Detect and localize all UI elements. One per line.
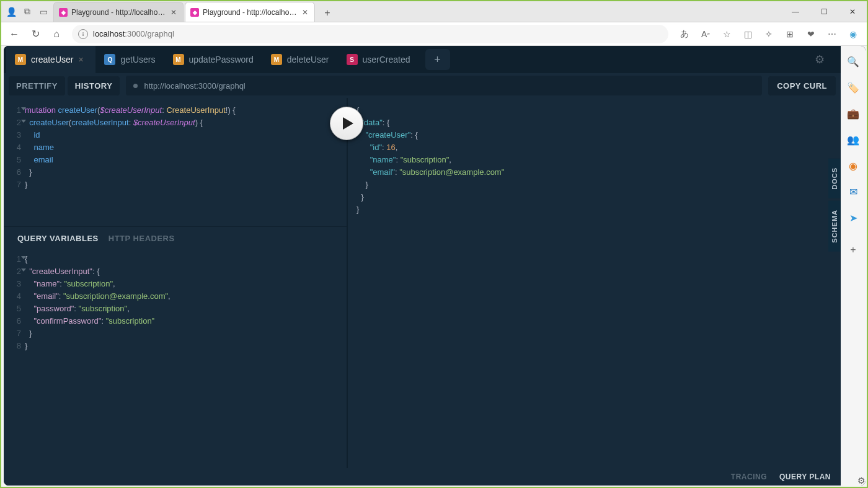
pg-tab-deleteuser[interactable]: M deleteUser bbox=[262, 46, 338, 73]
response-editor[interactable]: { "data": { "createUser": { "id": 16, "n… bbox=[348, 98, 841, 468]
query-pane: 1 2 34567 mutation createUser($createUse… bbox=[4, 98, 348, 468]
query-variables-tab[interactable]: QUERY VARIABLES bbox=[17, 234, 99, 243]
pg-tab-label: userCreated bbox=[363, 55, 410, 64]
endpoint-url: http://localhost:3000/graphql bbox=[144, 81, 245, 91]
window-controls: — ☐ ✕ bbox=[781, 1, 867, 22]
response-code: { "data": { "createUser": { "id": 16, "n… bbox=[356, 104, 841, 462]
mutation-badge: M bbox=[271, 54, 282, 65]
playground-content: M createUser ✕ Q getUsers M updatePasswo… bbox=[4, 46, 841, 486]
fold-gutter bbox=[348, 104, 356, 462]
add-tab-button[interactable]: + bbox=[425, 49, 450, 70]
variables-editor[interactable]: 1 2 345678 { "createUserInput": { "name"… bbox=[4, 249, 347, 468]
workspaces-icon[interactable]: ⧉ bbox=[22, 7, 32, 17]
tracing-tab[interactable]: TRACING bbox=[731, 472, 767, 481]
browser-titlebar: 👤 ⧉ ▭ ◆ Playground - http://localhost:30… bbox=[1, 1, 867, 22]
browser-tabs: ◆ Playground - http://localhost:300 ✕ ◆ … bbox=[53, 1, 336, 22]
settings-button[interactable]: ⚙ bbox=[807, 47, 832, 72]
copilot-icon[interactable]: ◉ bbox=[843, 25, 863, 43]
close-icon[interactable]: ✕ bbox=[301, 8, 309, 17]
pg-tab-getusers[interactable]: Q getUsers bbox=[95, 46, 164, 73]
read-aloud-icon[interactable]: A» bbox=[696, 25, 715, 43]
tab-title: Playground - http://localhost:300 bbox=[203, 8, 297, 17]
split-screen-icon[interactable]: ◫ bbox=[738, 25, 758, 43]
subscription-badge: S bbox=[347, 54, 358, 65]
address-host: localhost bbox=[93, 29, 125, 38]
shopping-icon[interactable]: 🏷️ bbox=[846, 81, 860, 94]
address-path: :3000/graphql bbox=[125, 29, 174, 38]
tab-actions-icon[interactable]: ▭ bbox=[38, 7, 48, 17]
close-icon[interactable]: ✕ bbox=[78, 56, 87, 64]
menu-icon[interactable]: ⋯ bbox=[822, 25, 842, 43]
performance-icon[interactable]: ❤ bbox=[801, 25, 821, 43]
graphql-favicon: ◆ bbox=[190, 8, 199, 17]
favorite-icon[interactable]: ☆ bbox=[717, 25, 737, 43]
playground-tabs: M createUser ✕ Q getUsers M updatePasswo… bbox=[4, 46, 841, 73]
pg-tab-usercreated[interactable]: S userCreated bbox=[338, 46, 419, 73]
maximize-button[interactable]: ☐ bbox=[810, 1, 838, 22]
schema-tab[interactable]: SCHEMA bbox=[828, 201, 841, 252]
response-pane: { "data": { "createUser": { "id": 16, "n… bbox=[348, 98, 841, 468]
search-icon[interactable]: 🔍 bbox=[846, 55, 860, 68]
bottom-bar: TRACING QUERY PLAN bbox=[4, 468, 841, 486]
line-gutter: 1 2 34567 bbox=[4, 104, 25, 220]
add-icon[interactable]: + bbox=[846, 243, 860, 257]
pg-tab-updatepassword[interactable]: M updatePassword bbox=[164, 46, 262, 73]
play-icon bbox=[343, 117, 353, 130]
browser-tab-2[interactable]: ◆ Playground - http://localhost:300 ✕ bbox=[185, 2, 315, 22]
query-badge: Q bbox=[104, 54, 115, 65]
tab-title: Playground - http://localhost:300 bbox=[71, 8, 166, 17]
office-icon[interactable]: ◉ bbox=[846, 159, 860, 172]
pg-tab-createuser[interactable]: M createUser ✕ bbox=[6, 46, 95, 73]
query-editor[interactable]: 1 2 34567 mutation createUser($createUse… bbox=[4, 98, 347, 226]
minimize-button[interactable]: — bbox=[781, 1, 810, 22]
home-button[interactable]: ⌂ bbox=[47, 25, 66, 43]
variables-code[interactable]: { "createUserInput": { "name": "subscrip… bbox=[25, 253, 347, 464]
profile-icon[interactable]: 👤 bbox=[6, 7, 16, 17]
pg-tab-label: getUsers bbox=[120, 55, 155, 64]
editor-panes: 1 2 34567 mutation createUser($createUse… bbox=[4, 98, 841, 468]
history-button[interactable]: HISTORY bbox=[68, 76, 120, 95]
action-bar: PRETTIFY HISTORY http://localhost:3000/g… bbox=[4, 73, 841, 98]
mutation-badge: M bbox=[173, 54, 184, 65]
copy-curl-button[interactable]: COPY CURL bbox=[768, 76, 836, 95]
settings-gear-icon[interactable]: ⚙ bbox=[857, 476, 866, 486]
back-button[interactable]: ← bbox=[5, 25, 24, 43]
query-code[interactable]: mutation createUser($createUserInput: Cr… bbox=[25, 104, 347, 220]
variables-section: QUERY VARIABLES HTTP HEADERS 1 2 345678 … bbox=[4, 226, 347, 468]
prettify-button[interactable]: PRETTIFY bbox=[9, 76, 65, 95]
browser-tab-1[interactable]: ◆ Playground - http://localhost:300 ✕ bbox=[53, 2, 184, 22]
tools-icon[interactable]: 💼 bbox=[846, 107, 860, 120]
http-headers-tab[interactable]: HTTP HEADERS bbox=[108, 234, 175, 243]
site-info-icon[interactable]: i bbox=[78, 29, 88, 39]
docs-tab[interactable]: DOCS bbox=[828, 159, 841, 198]
favorites-bar-icon[interactable]: ✧ bbox=[759, 25, 779, 43]
close-button[interactable]: ✕ bbox=[838, 1, 867, 22]
address-bar[interactable]: i localhost:3000/graphql bbox=[72, 25, 668, 43]
refresh-button[interactable]: ↻ bbox=[26, 25, 45, 43]
line-gutter: 1 2 345678 bbox=[4, 253, 25, 464]
variable-tabs: QUERY VARIABLES HTTP HEADERS bbox=[4, 227, 347, 249]
close-icon[interactable]: ✕ bbox=[169, 8, 178, 17]
query-plan-tab[interactable]: QUERY PLAN bbox=[779, 472, 831, 481]
pg-tab-label: deleteUser bbox=[287, 55, 329, 64]
browser-toolbar: ← ↻ ⌂ i localhost:3000/graphql あ A» ☆ ◫ … bbox=[1, 22, 867, 46]
pg-tab-label: updatePassword bbox=[189, 55, 254, 64]
execute-button[interactable] bbox=[330, 107, 363, 140]
outlook-icon[interactable]: ✉ bbox=[846, 185, 860, 198]
new-tab-button[interactable]: + bbox=[319, 4, 336, 22]
send-icon[interactable]: ➤ bbox=[846, 211, 860, 224]
pg-tab-label: createUser bbox=[31, 55, 73, 64]
translate-icon[interactable]: あ bbox=[675, 25, 694, 43]
main-area: M createUser ✕ Q getUsers M updatePasswo… bbox=[4, 46, 866, 486]
mutation-badge: M bbox=[15, 54, 26, 65]
endpoint-input[interactable]: http://localhost:3000/graphql bbox=[126, 76, 762, 95]
games-icon[interactable]: 👥 bbox=[846, 133, 860, 146]
endpoint-status-dot bbox=[133, 84, 138, 88]
collections-icon[interactable]: ⊞ bbox=[780, 25, 800, 43]
graphql-favicon: ◆ bbox=[59, 8, 68, 17]
browser-sidebar: 🔍 🏷️ 💼 👥 ◉ ✉ ➤ + bbox=[841, 46, 866, 486]
